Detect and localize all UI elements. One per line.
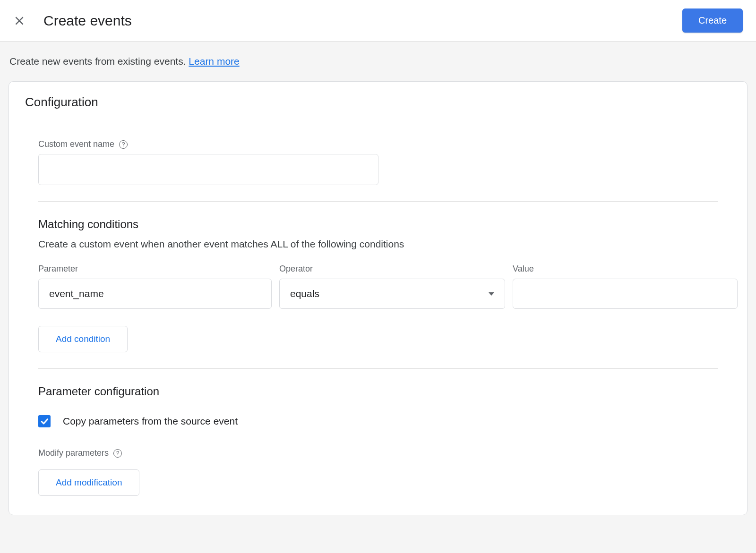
operator-field: Operator equals xyxy=(279,264,505,309)
card-title: Configuration xyxy=(25,95,731,110)
conditions-row: Parameter Operator equals Value xyxy=(38,264,718,309)
chevron-down-icon xyxy=(489,292,494,296)
divider xyxy=(38,368,718,369)
operator-value: equals xyxy=(290,288,319,299)
help-icon[interactable]: ? xyxy=(113,449,122,458)
copy-params-checkbox[interactable] xyxy=(38,415,51,427)
custom-event-name-label-text: Custom event name xyxy=(38,139,114,149)
parameter-field: Parameter xyxy=(38,264,272,309)
divider xyxy=(38,201,718,202)
add-modification-button[interactable]: Add modification xyxy=(38,469,139,496)
page-header: Create events Create xyxy=(0,0,756,42)
add-condition-button[interactable]: Add condition xyxy=(38,326,128,352)
copy-params-row: Copy parameters from the source event xyxy=(38,415,718,427)
operator-select[interactable]: equals xyxy=(279,279,505,309)
parameter-label: Parameter xyxy=(38,264,272,274)
help-icon[interactable]: ? xyxy=(119,140,128,149)
custom-event-name-label: Custom event name ? xyxy=(38,139,718,149)
parameter-configuration-title: Parameter configuration xyxy=(38,385,718,398)
learn-more-link[interactable]: Learn more xyxy=(189,56,239,67)
matching-conditions-title: Matching conditions xyxy=(38,218,718,231)
create-button[interactable]: Create xyxy=(682,9,743,33)
close-icon[interactable] xyxy=(13,15,26,27)
card-body: Custom event name ? Matching conditions … xyxy=(9,123,747,515)
modify-parameters-label-text: Modify parameters xyxy=(38,448,109,458)
value-field: Value xyxy=(513,264,738,309)
page-title: Create events xyxy=(43,13,132,29)
copy-params-label: Copy parameters from the source event xyxy=(63,416,238,427)
value-input[interactable] xyxy=(513,279,738,309)
operator-label: Operator xyxy=(279,264,505,274)
value-label: Value xyxy=(513,264,738,274)
card-header: Configuration xyxy=(9,82,747,123)
subheader: Create new events from existing events. … xyxy=(0,42,756,81)
subheader-text: Create new events from existing events. xyxy=(9,56,189,67)
matching-conditions-description: Create a custom event when another event… xyxy=(38,238,718,250)
configuration-card: Configuration Custom event name ? Matchi… xyxy=(9,81,747,515)
custom-event-name-input[interactable] xyxy=(38,154,378,185)
parameter-input[interactable] xyxy=(38,279,272,309)
modify-parameters-label: Modify parameters ? xyxy=(38,448,718,458)
header-left: Create events xyxy=(13,13,132,29)
